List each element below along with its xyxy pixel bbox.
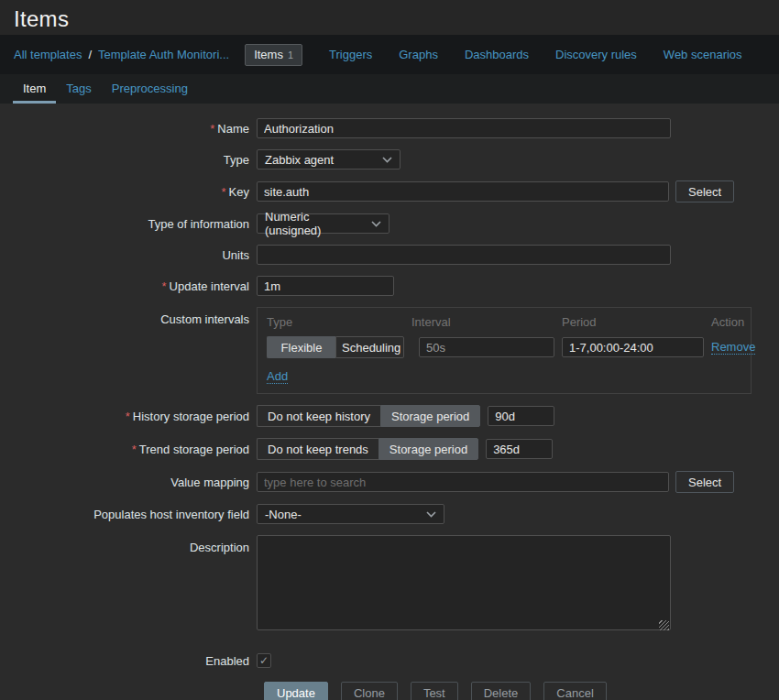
page-header: Items bbox=[0, 0, 779, 35]
name-input[interactable] bbox=[257, 118, 671, 138]
row-custom-intervals: Custom intervals Type Interval Period Ac… bbox=[0, 307, 779, 394]
history-storage-period-button[interactable]: Storage period bbox=[380, 405, 480, 427]
interval-input[interactable] bbox=[419, 337, 554, 357]
custom-intervals-label: Custom intervals bbox=[0, 307, 257, 326]
do-not-keep-history-button[interactable]: Do not keep history bbox=[257, 405, 380, 427]
key-label: *Key bbox=[0, 185, 257, 199]
inventory-field-value: -None- bbox=[265, 508, 302, 521]
tab-tags[interactable]: Tags bbox=[56, 74, 101, 104]
custom-intervals-header: Type Interval Period Action bbox=[267, 315, 741, 329]
required-marker: * bbox=[126, 410, 130, 423]
custom-interval-row: Flexible Scheduling Remove bbox=[267, 336, 741, 358]
row-type-of-information: Type of information Numeric (unsigned) bbox=[0, 213, 779, 234]
cancel-button[interactable]: Cancel bbox=[543, 682, 606, 700]
chevron-down-icon bbox=[382, 157, 392, 163]
nav-item-dashboards[interactable]: Dashboards bbox=[465, 48, 529, 61]
row-enabled: Enabled ✓ bbox=[0, 653, 779, 668]
enabled-checkbox[interactable]: ✓ bbox=[257, 653, 271, 668]
breadcrumb-all-templates[interactable]: All templates bbox=[14, 48, 82, 61]
type-select[interactable]: Zabbix agent bbox=[257, 149, 400, 170]
inventory-field-select[interactable]: -None- bbox=[257, 504, 444, 524]
breadcrumb-template[interactable]: Template Auth Monitori... bbox=[98, 48, 229, 61]
description-textarea[interactable] bbox=[257, 535, 671, 630]
required-marker: * bbox=[210, 122, 214, 136]
nav-item-graphs[interactable]: Graphs bbox=[399, 48, 438, 61]
type-of-information-label: Type of information bbox=[0, 217, 257, 231]
interval-type-flexible-button[interactable]: Flexible bbox=[267, 336, 335, 358]
type-of-information-select[interactable]: Numeric (unsigned) bbox=[257, 213, 390, 234]
breadcrumb-nav-bar: All templates / Template Auth Monitori..… bbox=[0, 35, 779, 74]
breadcrumb-separator: / bbox=[88, 48, 92, 61]
row-type: Type Zabbix agent bbox=[0, 149, 779, 170]
form-tab-bar: Item Tags Preprocessing bbox=[0, 74, 779, 104]
form-footer-buttons: Update Clone Test Delete Cancel bbox=[264, 682, 779, 700]
trend-storage-segment: Do not keep trends Storage period bbox=[257, 438, 478, 460]
key-select-button[interactable]: Select bbox=[675, 180, 734, 202]
ci-header-type: Type bbox=[267, 315, 404, 329]
nav-items-label: Items bbox=[254, 48, 283, 61]
custom-intervals-box: Type Interval Period Action Flexible Sch… bbox=[257, 307, 752, 394]
item-form: *Name Type Zabbix agent *Key Select Type… bbox=[0, 104, 779, 700]
interval-type-segment: Flexible Scheduling bbox=[267, 336, 404, 358]
required-marker: * bbox=[222, 185, 226, 199]
ci-header-interval: Interval bbox=[411, 315, 554, 329]
chevron-down-icon bbox=[426, 511, 436, 518]
remove-interval-link[interactable]: Remove bbox=[711, 340, 755, 355]
clone-button[interactable]: Clone bbox=[341, 682, 398, 700]
period-input[interactable] bbox=[562, 337, 704, 357]
row-inventory-field: Populates host inventory field -None- bbox=[0, 504, 779, 524]
resize-grip-icon[interactable] bbox=[659, 620, 669, 630]
required-marker: * bbox=[132, 443, 137, 456]
checkmark-icon: ✓ bbox=[259, 654, 269, 667]
history-storage-segment: Do not keep history Storage period bbox=[257, 405, 480, 427]
items-count-badge: 1 bbox=[288, 49, 293, 60]
units-input[interactable] bbox=[257, 245, 671, 265]
test-button[interactable]: Test bbox=[411, 682, 458, 700]
update-button[interactable]: Update bbox=[264, 682, 328, 700]
type-select-value: Zabbix agent bbox=[265, 153, 334, 167]
update-interval-input[interactable] bbox=[257, 276, 394, 296]
row-name: *Name bbox=[0, 118, 779, 138]
row-update-interval: *Update interval bbox=[0, 276, 779, 296]
nav-item-web-scenarios[interactable]: Web scenarios bbox=[664, 48, 742, 61]
nav-item-triggers[interactable]: Triggers bbox=[329, 48, 372, 61]
nav-item-items[interactable]: Items1 bbox=[245, 44, 302, 66]
delete-button[interactable]: Delete bbox=[471, 682, 532, 700]
nav-links: Triggers Graphs Dashboards Discovery rul… bbox=[302, 48, 742, 61]
page-title: Items bbox=[14, 6, 765, 32]
history-storage-input[interactable] bbox=[488, 406, 554, 426]
inventory-field-label: Populates host inventory field bbox=[0, 508, 257, 521]
add-interval-link[interactable]: Add bbox=[267, 369, 288, 384]
value-mapping-select-button[interactable]: Select bbox=[675, 471, 734, 493]
history-storage-label: *History storage period bbox=[0, 410, 257, 423]
trend-storage-input[interactable] bbox=[486, 439, 553, 459]
ci-header-period: Period bbox=[562, 315, 704, 329]
nav-item-discovery-rules[interactable]: Discovery rules bbox=[555, 48, 637, 61]
row-key: *Key Select bbox=[0, 180, 779, 202]
type-of-information-value: Numeric (unsigned) bbox=[265, 210, 362, 237]
row-value-mapping: Value mapping Select bbox=[0, 471, 779, 493]
type-label: Type bbox=[0, 153, 257, 167]
ci-header-action: Action bbox=[711, 315, 744, 329]
row-history-storage: *History storage period Do not keep hist… bbox=[0, 405, 779, 427]
row-trend-storage: *Trend storage period Do not keep trends… bbox=[0, 438, 779, 460]
tab-preprocessing[interactable]: Preprocessing bbox=[102, 74, 198, 104]
trend-storage-label: *Trend storage period bbox=[0, 443, 257, 456]
row-description: Description bbox=[0, 535, 779, 633]
description-label: Description bbox=[0, 535, 257, 554]
tab-item[interactable]: Item bbox=[13, 74, 56, 104]
key-input[interactable] bbox=[257, 181, 669, 202]
row-units: Units bbox=[0, 245, 779, 265]
name-label: *Name bbox=[0, 122, 257, 136]
do-not-keep-trends-button[interactable]: Do not keep trends bbox=[257, 438, 379, 460]
update-interval-label: *Update interval bbox=[0, 279, 257, 293]
value-mapping-input[interactable] bbox=[257, 472, 669, 492]
value-mapping-label: Value mapping bbox=[0, 476, 257, 489]
enabled-label: Enabled bbox=[0, 654, 257, 668]
required-marker: * bbox=[161, 279, 166, 293]
trend-storage-period-button[interactable]: Storage period bbox=[379, 438, 478, 460]
chevron-down-icon bbox=[371, 221, 381, 227]
units-label: Units bbox=[0, 248, 257, 262]
interval-type-scheduling-button[interactable]: Scheduling bbox=[335, 336, 404, 358]
